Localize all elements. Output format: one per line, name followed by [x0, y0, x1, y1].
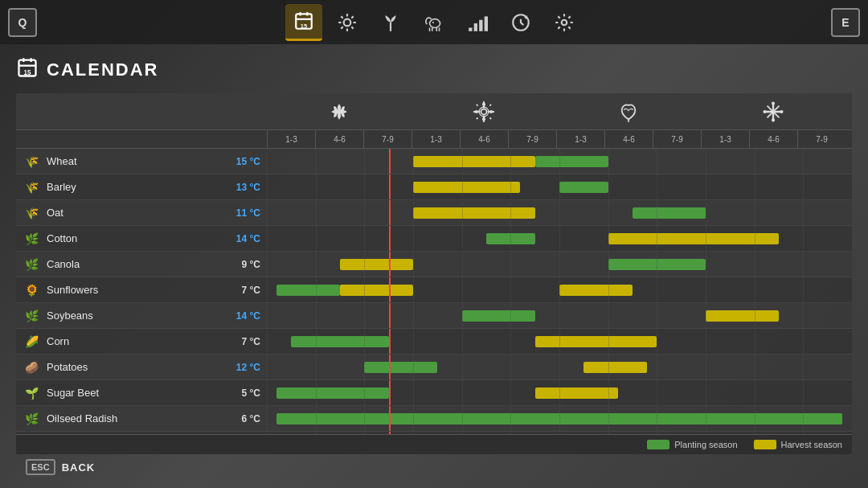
crop-icon: 🌱: [23, 384, 40, 402]
nav-calendar-btn[interactable]: 15: [285, 4, 322, 41]
col-divider: [755, 355, 755, 379]
crop-icon: 🌾: [23, 178, 40, 196]
calendar-container: 1-34-67-91-34-67-91-34-67-91-34-67-9 🌾Wh…: [16, 93, 852, 454]
col-divider: [267, 174, 268, 199]
col-divider: [510, 277, 511, 302]
col-divider: [510, 303, 511, 328]
nav-productions-btn[interactable]: [502, 4, 539, 41]
col-divider: [706, 380, 706, 405]
col-divider: [657, 226, 657, 251]
col-divider: [364, 149, 365, 174]
nav-crops-btn[interactable]: [372, 4, 409, 41]
col-divider: [413, 252, 414, 277]
crop-temp: 7 °C: [242, 336, 260, 347]
crop-bar-area: [267, 277, 852, 302]
nav-settings-btn[interactable]: [546, 4, 583, 41]
month-cell-3: 1-3: [411, 130, 460, 148]
col-divider: [706, 200, 706, 225]
crop-info-0: 🌾Wheat15 °C: [16, 153, 267, 170]
col-divider: [657, 277, 657, 302]
col-divider: [559, 252, 560, 277]
crop-icon: 🌽: [23, 333, 40, 351]
crop-icon: 🌾: [23, 153, 40, 170]
bottom-bar: ESC BACK: [16, 454, 852, 480]
col-divider: [413, 355, 414, 379]
col-divider: [462, 200, 463, 225]
q-key-button[interactable]: Q: [8, 8, 37, 37]
today-line: [389, 174, 391, 199]
col-divider: [267, 432, 268, 434]
col-divider: [316, 252, 317, 277]
crop-bar-area: [267, 226, 852, 251]
svg-rect-18: [479, 19, 482, 31]
crop-info-10: 🌿Oilseed Radish6 °C: [16, 410, 267, 428]
col-divider: [559, 432, 560, 434]
col-divider: [608, 355, 609, 379]
month-cells: 1-34-67-91-34-67-91-34-67-91-34-67-9: [267, 130, 845, 148]
planting-bar: [364, 362, 437, 373]
crop-bar-area: [267, 329, 852, 354]
crop-info-3: 🌿Cotton14 °C: [16, 230, 267, 248]
legend-planting-label: Planting season: [674, 440, 737, 449]
col-divider: [706, 149, 706, 174]
svg-rect-19: [485, 16, 488, 31]
nav-weather-btn[interactable]: [329, 4, 366, 41]
today-line: [389, 277, 391, 302]
svg-point-21: [562, 19, 567, 25]
col-divider: [462, 226, 463, 251]
col-divider: [510, 174, 511, 199]
crop-row: 🌻Sunflowers7 °C: [16, 277, 852, 303]
crop-bar-area: [267, 200, 852, 225]
crop-temp: 14 °C: [236, 310, 260, 322]
back-button-label[interactable]: BACK: [62, 461, 96, 474]
col-divider: [608, 432, 609, 434]
col-divider: [657, 303, 657, 328]
col-divider: [462, 149, 463, 174]
crops-area[interactable]: 🌾Wheat15 °C🌾Barley13 °C🌾Oat11 °C🌿Cotton1…: [16, 149, 852, 434]
col-divider: [364, 226, 365, 251]
planting-bar: [291, 336, 388, 347]
col-divider: [267, 355, 268, 379]
e-key-button[interactable]: E: [831, 8, 860, 37]
col-divider: [364, 277, 365, 302]
today-line: [389, 380, 391, 405]
legend-harvest: Harvest season: [754, 440, 842, 449]
col-divider: [657, 406, 657, 431]
svg-text:15: 15: [23, 69, 31, 76]
col-divider: [755, 149, 755, 174]
esc-key-label: ESC: [26, 459, 55, 475]
nav-finances-btn[interactable]: [459, 4, 496, 41]
crop-name: Cotton: [47, 232, 230, 244]
col-divider: [316, 149, 317, 174]
crop-row: 🌿Canola9 °C: [16, 252, 852, 277]
crop-info-2: 🌾Oat11 °C: [16, 204, 267, 222]
crop-temp: 15 °C: [236, 156, 260, 167]
col-divider: [559, 200, 560, 225]
col-divider: [657, 329, 657, 354]
col-divider: [803, 277, 804, 302]
crop-name: Potatoes: [47, 361, 230, 373]
col-divider: [755, 380, 755, 405]
nav-animals-btn[interactable]: [416, 4, 452, 41]
svg-point-37: [764, 110, 765, 112]
col-divider: [755, 303, 755, 328]
crop-name: Corn: [47, 335, 235, 347]
crop-name: Sugar Beet: [47, 387, 235, 399]
crop-name: Soybeans: [47, 310, 230, 322]
col-divider: [413, 200, 414, 225]
today-line: [389, 200, 391, 225]
col-divider: [803, 406, 804, 431]
col-divider: [755, 329, 755, 354]
col-divider: [706, 174, 706, 199]
harvest-bar: [340, 285, 413, 296]
today-line: [389, 406, 391, 431]
col-divider: [267, 200, 268, 225]
svg-point-36: [772, 119, 774, 121]
harvest-bar: [706, 310, 779, 322]
legend-harvest-label: Harvest season: [781, 440, 842, 449]
month-cell-10: 4-6: [749, 130, 797, 148]
crop-row: 🌾Wheat15 °C: [16, 149, 852, 174]
col-divider: [755, 200, 755, 225]
crop-icon: 🌻: [23, 281, 40, 299]
col-divider: [559, 174, 560, 199]
